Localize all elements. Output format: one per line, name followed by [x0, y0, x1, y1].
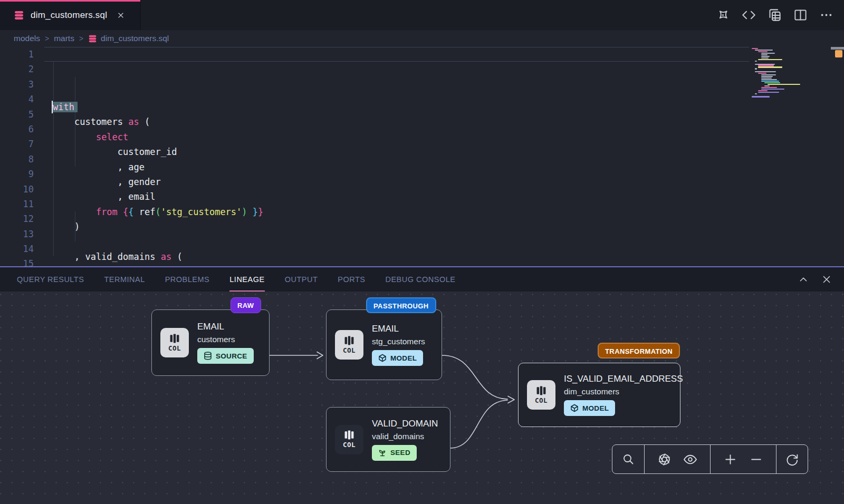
- split-editor-icon[interactable]: [793, 8, 808, 22]
- lineage-node-customers[interactable]: COL EMAIL customers SOURCE: [151, 309, 270, 376]
- app-window: dim_customers.sql models: [0, 0, 844, 504]
- seedling-icon: [378, 449, 387, 457]
- code-line[interactable]: customers as (: [53, 114, 749, 129]
- code-line[interactable]: with: [53, 100, 749, 114]
- code-line[interactable]: , valid_domains as (: [53, 249, 749, 264]
- line-number: 15: [0, 256, 34, 266]
- badge-raw: RAW: [231, 297, 261, 313]
- column-icon: COL: [160, 328, 189, 357]
- breadcrumb-separator: >: [45, 34, 49, 43]
- cube-icon: [570, 404, 579, 412]
- minimap-line: [755, 68, 757, 69]
- node-subtitle: dim_customers: [564, 387, 672, 396]
- dbt-star-icon[interactable]: [716, 8, 730, 22]
- minimap-line: [761, 56, 770, 57]
- search-icon[interactable]: [622, 453, 635, 466]
- column-icon: COL: [335, 425, 363, 454]
- breadcrumb-models[interactable]: models: [14, 34, 40, 43]
- lineage-canvas[interactable]: RAW PASSTHROUGH TRANSFORMATION COL EMAIL…: [0, 293, 844, 504]
- breadcrumb-separator: >: [79, 34, 83, 43]
- code-line[interactable]: ): [53, 219, 749, 234]
- minimap-line: [758, 66, 782, 67]
- line-number: 7: [0, 137, 34, 151]
- text-cursor: [52, 101, 53, 113]
- model-badge: MODEL: [372, 350, 423, 366]
- line-number: 1: [0, 47, 34, 62]
- model-badge: MODEL: [564, 400, 615, 416]
- code-line[interactable]: , gender: [53, 175, 749, 189]
- line-number: 4: [0, 92, 34, 106]
- aperture-icon[interactable]: [658, 453, 671, 466]
- database-icon: [88, 34, 97, 43]
- overview-ruler-marker: [835, 50, 842, 57]
- zoom-out-icon[interactable]: [750, 453, 763, 466]
- tab-problems[interactable]: PROBLEMS: [165, 267, 210, 292]
- chevron-up-icon[interactable]: [798, 274, 809, 285]
- minimap-line: [755, 61, 757, 62]
- minimap-line: [761, 57, 769, 59]
- badge-transformation: TRANSFORMATION: [598, 343, 680, 358]
- line-number: 14: [0, 241, 34, 256]
- zoom-in-icon[interactable]: [724, 453, 737, 466]
- code-line[interactable]: , email: [53, 189, 749, 204]
- cube-icon: [378, 354, 387, 362]
- code-line[interactable]: from {{ ref('stg_customers') }}: [53, 205, 749, 219]
- eye-icon[interactable]: [684, 453, 697, 466]
- line-number: 13: [0, 227, 34, 241]
- code-icon[interactable]: [742, 8, 756, 22]
- minimap-line: [761, 74, 776, 75]
- breadcrumb-marts[interactable]: marts: [54, 34, 74, 43]
- editor-tab-bar: dim_customers.sql: [0, 0, 844, 30]
- minimap-line: [755, 93, 757, 94]
- minimap-line: [761, 77, 772, 79]
- refresh-icon[interactable]: [785, 453, 799, 466]
- code-region[interactable]: 123456789101112131415 with customers as …: [0, 47, 844, 266]
- line-number: 11: [0, 197, 34, 211]
- minimap-line: [764, 85, 770, 86]
- source-badge: SOURCE: [197, 348, 254, 364]
- tab-ports[interactable]: PORTS: [338, 267, 365, 292]
- node-subtitle: customers: [197, 335, 254, 344]
- code-line[interactable]: customer_id: [53, 144, 749, 159]
- tab-lineage[interactable]: LINEAGE: [229, 267, 264, 292]
- line-number: 3: [0, 77, 34, 92]
- code-line[interactable]: select: [53, 130, 749, 144]
- code-line[interactable]: [53, 235, 749, 249]
- lineage-toolbar: [612, 444, 808, 474]
- minimap-line: [755, 64, 775, 65]
- node-subtitle: valid_domains: [372, 432, 438, 441]
- breadcrumb-file[interactable]: dim_customers.sql: [88, 34, 169, 43]
- line-number: 10: [0, 182, 34, 197]
- column-icon: COL: [335, 330, 363, 360]
- database-icon: [14, 10, 24, 21]
- lineage-node-stg-customers[interactable]: COL EMAIL stg_customers MODEL: [326, 309, 442, 380]
- more-icon[interactable]: [819, 8, 833, 22]
- bottom-panel: QUERY RESULTS TERMINAL PROBLEMS LINEAGE …: [0, 266, 844, 504]
- lineage-node-valid-domains[interactable]: COL VALID_DOMAIN valid_domains SEED: [326, 407, 450, 472]
- code-line[interactable]: , age: [53, 160, 749, 175]
- tab-close-icon[interactable]: [117, 11, 125, 20]
- tab-debug-console[interactable]: DEBUG CONSOLE: [385, 267, 455, 292]
- active-tab-accent: [0, 0, 140, 2]
- copy-table-icon[interactable]: [768, 8, 782, 22]
- node-title: EMAIL: [197, 322, 254, 332]
- line-number: 9: [0, 167, 34, 181]
- close-icon[interactable]: [821, 274, 832, 285]
- minimap-line: [761, 53, 775, 54]
- scrollbar-thumb[interactable]: [831, 47, 844, 50]
- tab-dim-customers[interactable]: dim_customers.sql: [0, 0, 141, 30]
- node-title: VALID_DOMAIN: [372, 419, 438, 429]
- breadcrumb: models > marts > dim_customers.sql: [0, 30, 844, 47]
- minimap-line: [758, 59, 782, 60]
- tab-output[interactable]: OUTPUT: [285, 267, 318, 292]
- minimap-line: [761, 81, 779, 82]
- line-number: 12: [0, 211, 34, 226]
- minimap-line: [768, 84, 800, 85]
- tab-query-results[interactable]: QUERY RESULTS: [17, 267, 84, 292]
- database-icon: [204, 352, 212, 360]
- lineage-node-dim-customers[interactable]: COL IS_VALID_EMAIL_ADDRESS dim_customers…: [518, 363, 680, 427]
- minimap-line: [758, 90, 768, 91]
- minimap-line: [758, 73, 766, 74]
- line-number: 6: [0, 122, 34, 137]
- tab-terminal[interactable]: TERMINAL: [104, 267, 145, 292]
